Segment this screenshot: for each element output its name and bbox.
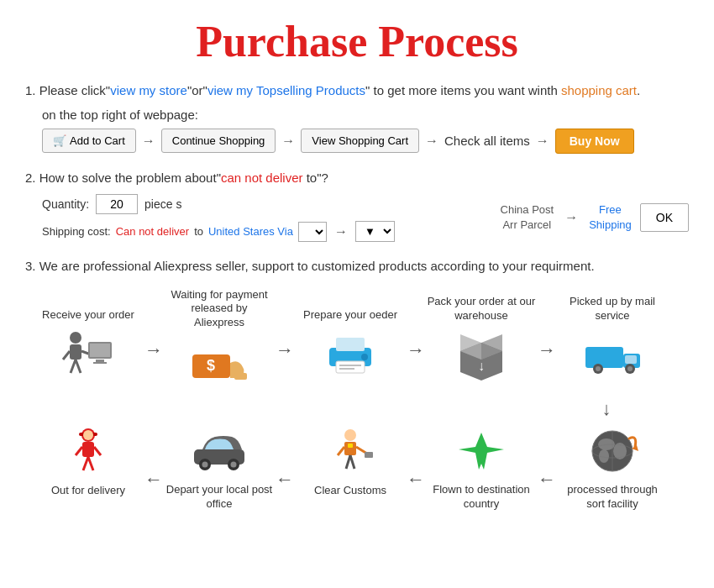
depart-label: Depart your local post office [165, 483, 274, 512]
sort-label: processed through sort facility [558, 483, 667, 512]
svg-rect-48 [365, 452, 373, 458]
svg-rect-46 [348, 444, 353, 448]
flow-row1: Receive your order [34, 288, 689, 391]
section2: 2. How to solve the problem about"can no… [25, 169, 689, 243]
section2-title: 2. How to solve the problem about"can no… [25, 169, 689, 188]
svg-line-38 [94, 447, 101, 455]
svg-text:↓: ↓ [478, 359, 485, 373]
add-to-cart-button[interactable]: Add to Cart [42, 129, 136, 153]
view-topselling-link[interactable]: view my Topselling Products [207, 83, 365, 97]
svg-point-43 [231, 461, 237, 467]
s2-text-red: can not deliver [221, 171, 303, 185]
plane-label: Flown to destination country [427, 483, 536, 512]
page-title: Purchase Process [25, 17, 689, 66]
flow-item-sort: processed through sort facility [558, 423, 667, 512]
shipping-mid: to [194, 225, 203, 238]
s2-text-after: to"? [303, 171, 328, 185]
svg-text:$: $ [206, 357, 214, 374]
view-my-store-link[interactable]: view my store [110, 83, 187, 97]
arrow4: → [536, 134, 549, 149]
flow-item-payment: Waiting for payment released by Aliexpre… [165, 288, 274, 391]
free-line1: Free [599, 203, 622, 216]
payment-label: Waiting for payment released by Aliexpre… [165, 288, 274, 331]
customs-label: Clear Customs [314, 484, 386, 511]
pickup-label: Picked up by mail service [558, 295, 667, 323]
svg-rect-15 [336, 361, 365, 373]
free-shipping-label: Free Shipping [589, 202, 632, 233]
section1-text: 1. Please click"view my store"or"view my… [25, 81, 689, 101]
plane-icon [448, 423, 515, 478]
section2-content: Quantity: piece s Shipping cost: Can not… [42, 194, 689, 242]
flow-item-customs: Clear Customs [296, 424, 405, 511]
receive-label: Receive your order [42, 296, 134, 323]
globe-icon [579, 423, 646, 478]
shipping-label: Shipping cost: [42, 225, 111, 238]
flow-item-out-delivery: Out for delivery [34, 424, 143, 511]
ship-arrow: → [334, 224, 348, 239]
flow-item-prepare: Prepare your oeder [296, 296, 405, 382]
svg-rect-34 [82, 442, 94, 457]
section3-title: 3. We are professional Aliexpress seller… [25, 257, 689, 276]
svg-line-36 [88, 457, 93, 470]
payment-icon: $ [186, 335, 253, 390]
flow-arrow-4: → [538, 339, 556, 361]
shopping-cart-link[interactable]: shopping cart [561, 83, 637, 97]
buy-now-button[interactable]: Buy Now [555, 129, 634, 154]
svg-rect-12 [234, 373, 247, 380]
delivery-person-icon [55, 424, 122, 479]
svg-point-28 [596, 366, 601, 371]
shipping-dropdown[interactable]: ▼ [355, 221, 395, 242]
flow-item-pickup: Picked up by mail service [558, 295, 667, 383]
flow-arrow-1: → [144, 339, 163, 361]
flow-item-pack: Pack your order at our warehouse ↓ [427, 295, 536, 383]
s1-text-mid1: "or" [187, 83, 207, 97]
section2-right: China Post Arr Parcel → Free Shipping OK [501, 202, 689, 233]
quantity-input[interactable] [96, 194, 138, 214]
section3: 3. We are professional Aliexpress seller… [25, 257, 689, 512]
ok-button[interactable]: OK [640, 203, 689, 232]
shipping-select[interactable] [298, 222, 327, 242]
check-all-label: Check all items [444, 134, 530, 148]
china-post-arrow: → [564, 210, 578, 225]
china-post-line1: China Post [501, 203, 554, 216]
flow-arrow-left-4: ← [538, 469, 556, 491]
flow-item-depart: Depart your local post office [165, 423, 274, 512]
view-cart-button[interactable]: View Shopping Cart [301, 129, 419, 153]
svg-line-3 [76, 360, 81, 373]
box-icon: ↓ [448, 328, 515, 383]
arrow2: → [281, 134, 295, 149]
quantity-label: Quantity: [42, 197, 89, 211]
shipping-red: Can not deliver [116, 225, 189, 238]
svg-rect-9 [93, 362, 107, 364]
svg-line-51 [338, 447, 344, 455]
quantity-unit: piece s [144, 197, 181, 211]
svg-rect-14 [336, 338, 365, 351]
s1-text-before: 1. Please click" [25, 83, 110, 97]
flow-arrow-2: → [276, 339, 294, 361]
svg-point-44 [344, 429, 356, 441]
svg-line-4 [63, 351, 70, 360]
svg-rect-1 [70, 344, 81, 360]
svg-rect-26 [625, 355, 637, 364]
flow-item-receive: Receive your order [34, 296, 143, 382]
svg-line-35 [83, 457, 88, 470]
svg-point-0 [70, 332, 81, 344]
step1-flow: Add to Cart → Continue Shopping → View S… [42, 129, 689, 154]
flow-arrow-left-3: ← [407, 469, 425, 491]
s1-text-after: " to get more items you want winth [365, 83, 561, 97]
svg-point-33 [83, 430, 93, 440]
svg-line-50 [350, 455, 354, 469]
printer-icon [317, 328, 384, 382]
flow-arrow-left-2: ← [276, 469, 294, 491]
svg-rect-7 [90, 344, 110, 357]
on-top-label: on the top right of webpage: [42, 108, 689, 122]
out-delivery-label: Out for delivery [51, 484, 125, 511]
arrow1: → [142, 134, 155, 149]
arrow3: → [425, 134, 438, 149]
shipping-via-link[interactable]: United Stares Via [208, 225, 293, 238]
svg-rect-24 [585, 347, 623, 368]
s2-text-before: 2. How to solve the problem about" [25, 171, 221, 185]
truck-icon [579, 328, 646, 383]
svg-rect-8 [96, 360, 104, 362]
continue-shopping-button[interactable]: Continue Shopping [161, 129, 276, 153]
